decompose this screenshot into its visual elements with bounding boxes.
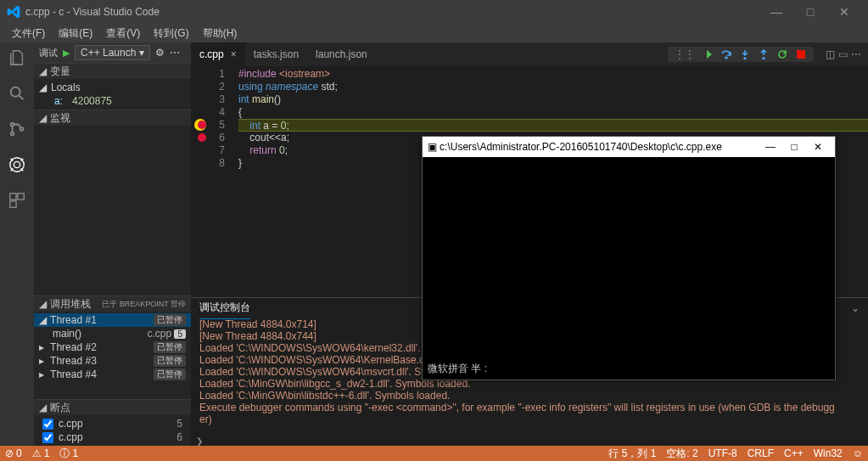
status-info[interactable]: ⓘ 1 (54, 447, 83, 461)
menu-item[interactable]: 文件(F) (5, 26, 52, 41)
debug-toolbar: 调试 ▶ C++ Launch▾ ⚙ ⋯ (34, 42, 191, 63)
console-input-indicator[interactable]: ❯ (191, 436, 868, 446)
console-close[interactable]: ✕ (806, 141, 830, 153)
variables-header[interactable]: ◢变量 (34, 64, 191, 79)
breakpoints-header[interactable]: ◢断点 (34, 400, 191, 415)
debug-icon[interactable] (7, 155, 27, 175)
more-icon[interactable]: ⋯ (170, 47, 180, 59)
breakpoint-checkbox[interactable] (42, 432, 53, 443)
titlebar: c.cpp - c - Visual Studio Code — □ ✕ (0, 0, 868, 24)
console-titlebar[interactable]: ▣ c:\Users\Administrator.PC-201605101740… (423, 137, 835, 157)
svg-rect-6 (10, 194, 16, 200)
breakpoint-checkbox[interactable] (42, 419, 53, 430)
debug-controls: ⋮⋮ (668, 47, 814, 62)
activitybar (0, 42, 34, 446)
status-cursor[interactable]: 行 5，列 1 (603, 447, 661, 461)
thread-row[interactable]: ▸ Thread #2已暂停 (34, 340, 191, 354)
svg-point-9 (725, 57, 727, 59)
console-app-icon: ▣ (428, 141, 437, 153)
callstack-section: ◢调用堆栈已于 BREAKPOINT 暂停 ◢ Thread #1已暂停main… (34, 295, 191, 399)
editor-tab[interactable]: launch.json (307, 42, 376, 66)
menu-item[interactable]: 转到(G) (147, 26, 195, 41)
close-button[interactable]: ✕ (827, 5, 861, 19)
menu-item[interactable]: 帮助(H) (196, 26, 244, 41)
console-body[interactable]: 微软拼音 半 : (423, 157, 835, 379)
minimize-button[interactable]: — (759, 5, 793, 19)
panel-chevron-icon[interactable]: ⌄ (851, 302, 860, 314)
restart-button[interactable] (776, 48, 788, 60)
toggle-panel-icon[interactable]: ▭ (838, 48, 848, 60)
status-errors[interactable]: ⊘ 0 (0, 447, 27, 459)
svg-rect-7 (18, 194, 24, 200)
thread-row[interactable]: ▸ Thread #3已暂停 (34, 354, 191, 368)
debug-config-select[interactable]: C++ Launch▾ (75, 45, 150, 60)
step-out-button[interactable] (758, 48, 770, 60)
gear-icon[interactable]: ⚙ (155, 47, 165, 59)
continue-button[interactable] (702, 48, 714, 60)
external-console-window[interactable]: ▣ c:\Users\Administrator.PC-201605101740… (422, 136, 836, 380)
tabbar: c.cpp×tasks.jsonlaunch.json ⋮⋮ ◫ ▭ ⋯ (191, 42, 868, 66)
breakpoint-row[interactable]: c.cpp5 (34, 417, 191, 430)
thread-row[interactable]: ◢ Thread #1已暂停 (34, 313, 191, 327)
vscode-logo-icon (7, 5, 20, 19)
watch-header[interactable]: ◢监视 (34, 110, 191, 126)
stack-frame[interactable]: main()c.cpp 5 (34, 327, 191, 340)
callstack-header[interactable]: ◢调用堆栈已于 BREAKPOINT 暂停 (34, 296, 191, 312)
svg-point-2 (11, 132, 14, 136)
status-host[interactable]: Win32 (809, 447, 848, 459)
status-eol[interactable]: CRLF (742, 447, 779, 459)
svg-point-1 (11, 123, 14, 126)
breakpoint-row[interactable]: c.cpp6 (34, 430, 191, 444)
console-title: c:\Users\Administrator.PC-201605101740\D… (440, 141, 722, 153)
maximize-button[interactable]: □ (793, 5, 827, 19)
start-debug-button[interactable]: ▶ (63, 48, 70, 59)
sidebar: 调试 ▶ C++ Launch▾ ⚙ ⋯ ◢变量 ◢Locals a: 4200… (34, 42, 191, 446)
extensions-icon[interactable] (7, 190, 27, 211)
svg-point-10 (744, 58, 746, 59)
svg-rect-12 (797, 50, 805, 59)
menubar: 文件(F)编辑(E)查看(V)转到(G)帮助(H) (0, 24, 868, 42)
svg-rect-8 (10, 201, 16, 207)
svg-point-0 (11, 87, 20, 97)
console-minimize[interactable]: — (759, 141, 782, 153)
split-editor-icon[interactable]: ◫ (826, 48, 835, 60)
status-feedback[interactable]: ☺ (848, 447, 868, 459)
close-tab-icon[interactable]: × (231, 48, 237, 60)
debug-console-tab[interactable]: 调试控制台 (199, 297, 250, 319)
console-maximize[interactable]: □ (782, 141, 806, 153)
window-title: c.cpp - c - Visual Studio Code (25, 6, 759, 18)
search-icon[interactable] (7, 83, 27, 104)
status-warnings[interactable]: ⚠ 1 (27, 447, 55, 459)
menu-item[interactable]: 编辑(E) (52, 26, 99, 41)
ime-hint: 微软拼音 半 : (428, 362, 487, 376)
svg-point-5 (14, 161, 20, 167)
status-spaces[interactable]: 空格: 2 (661, 447, 703, 461)
menu-item[interactable]: 查看(V) (99, 26, 147, 41)
svg-point-11 (763, 58, 764, 59)
scope-row[interactable]: ◢Locals (34, 81, 191, 94)
statusbar: ⊘ 0 ⚠ 1 ⓘ 1 行 5，列 1 空格: 2 UTF-8 CRLF C++… (0, 446, 868, 461)
variables-section: ◢变量 ◢Locals a: 4200875 (34, 63, 191, 110)
drag-handle-icon[interactable]: ⋮⋮ (675, 48, 695, 60)
step-into-button[interactable] (739, 48, 751, 60)
more-actions-icon[interactable]: ⋯ (851, 48, 861, 60)
status-lang[interactable]: C++ (779, 447, 809, 459)
breakpoints-section: ◢断点 c.cpp5c.cpp6 (34, 399, 191, 446)
svg-point-3 (20, 127, 24, 131)
step-over-button[interactable] (720, 48, 732, 60)
editor-tab[interactable]: c.cpp× (191, 42, 245, 66)
variable-row[interactable]: a: 4200875 (34, 94, 191, 108)
stop-button[interactable] (795, 48, 807, 60)
git-icon[interactable] (7, 119, 27, 139)
watch-section: ◢监视 (34, 110, 191, 295)
files-icon[interactable] (7, 48, 27, 68)
status-encoding[interactable]: UTF-8 (703, 447, 742, 459)
thread-row[interactable]: ▸ Thread #4已暂停 (34, 368, 191, 381)
editor-tab[interactable]: tasks.json (245, 42, 307, 66)
debug-label: 调试 (39, 47, 58, 59)
